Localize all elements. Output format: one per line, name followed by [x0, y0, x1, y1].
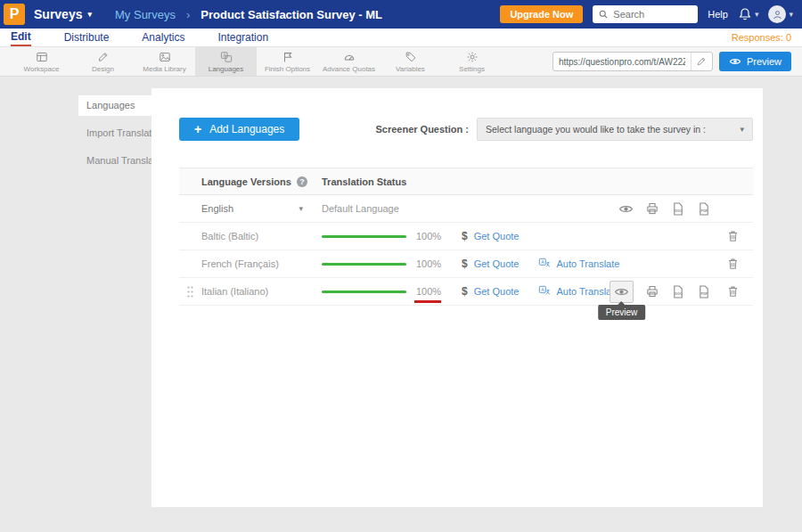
default-language-label: Default Language: [322, 203, 399, 214]
auto-translate-link[interactable]: Auto Translate: [538, 285, 619, 298]
delete-language-button[interactable]: [726, 284, 740, 299]
advance-quotas-icon: [343, 51, 356, 63]
breadcrumb-my-surveys[interactable]: My Surveys: [115, 8, 176, 21]
get-quote-link[interactable]: Get Quote: [474, 231, 520, 241]
language-name-cell: Baltic (Baltic): [201, 231, 322, 241]
responses-count[interactable]: Responses: 0: [732, 32, 791, 43]
preview-language-button[interactable]: Preview: [610, 281, 634, 303]
screener-question-label: Screener Question :: [375, 124, 469, 135]
toolbar-workspace[interactable]: Workspace: [11, 47, 72, 76]
preview-tooltip: Preview: [598, 305, 646, 320]
row-delete: [726, 229, 740, 243]
chevron-down-icon: ▾: [299, 205, 303, 213]
global-search[interactable]: [593, 5, 698, 23]
questionpro-logo[interactable]: P: [4, 4, 25, 25]
toolbar-settings[interactable]: Settings: [441, 47, 503, 76]
printer-icon: [645, 284, 659, 299]
surveys-product-menu[interactable]: Surveys ▾: [34, 7, 92, 21]
toolbar-variables[interactable]: Variables: [380, 47, 441, 76]
column-language-versions-label: Language Versions: [201, 176, 291, 187]
sidebar-item-manual-translations[interactable]: Manual Translations: [78, 151, 151, 171]
screener-question-select[interactable]: Select language you would like to take t…: [477, 118, 753, 141]
survey-title: Product Satisfaction Survey - ML: [200, 8, 382, 21]
download-pdf-button[interactable]: [697, 284, 711, 299]
dollar-icon[interactable]: $: [462, 230, 468, 242]
translation-percent-value: 100%: [416, 258, 441, 269]
pdf-file-icon: [697, 201, 711, 217]
toolbar-design[interactable]: Design: [72, 47, 134, 76]
edit-url-button[interactable]: [691, 53, 712, 70]
tab-integration[interactable]: Integration: [217, 29, 268, 45]
table-row-baltic: Baltic (Baltic) 100% $ Get Quote: [179, 223, 753, 250]
account-menu[interactable]: ▾: [768, 5, 793, 23]
tab-edit[interactable]: Edit: [11, 29, 31, 46]
breadcrumb-separator: ›: [186, 8, 190, 21]
languages-panel: + Add Languages Screener Question : Sele…: [151, 88, 763, 507]
search-input[interactable]: [613, 9, 692, 20]
screener-question: Screener Question : Select language you …: [375, 118, 753, 141]
toolbar-tabs: Workspace Design Media Library Languages…: [11, 47, 503, 76]
delete-language-button[interactable]: [726, 229, 740, 243]
get-quote-link[interactable]: Get Quote: [474, 258, 520, 269]
doc-file-icon: [671, 284, 685, 299]
media-library-icon: [159, 51, 171, 63]
survey-url-input[interactable]: [553, 57, 691, 67]
trash-icon: [726, 257, 740, 271]
status-cell: 100% $ Get Quote: [322, 230, 753, 242]
auto-translate-link[interactable]: Auto Translate: [538, 258, 619, 270]
workspace-icon: [36, 51, 48, 63]
delete-language-button[interactable]: [726, 257, 740, 271]
help-link[interactable]: Help: [708, 9, 728, 20]
upgrade-now-button[interactable]: Upgrade Now: [500, 5, 583, 23]
download-doc-button[interactable]: [671, 284, 685, 299]
download-pdf-button[interactable]: [697, 201, 711, 217]
status-cell: 100% $ Get Quote Auto Translate: [322, 258, 753, 270]
trash-icon: [726, 229, 740, 243]
print-language-button[interactable]: [645, 201, 659, 216]
get-quote-link[interactable]: Get Quote: [474, 286, 520, 297]
toolbar-media-library[interactable]: Media Library: [134, 47, 195, 76]
table-header: Language Versions ? Translation Status: [179, 168, 753, 195]
drag-handle[interactable]: [179, 285, 201, 299]
column-translation-status: Translation Status: [322, 176, 406, 187]
sidebar-item-languages[interactable]: Languages: [78, 95, 151, 116]
person-icon: [772, 9, 783, 20]
languages-icon: [220, 51, 233, 63]
surveys-menu-label: Surveys: [34, 7, 82, 21]
language-name: Italian (Italiano): [201, 286, 268, 297]
tab-distribute[interactable]: Distribute: [64, 29, 110, 45]
edit-toolbar: Workspace Design Media Library Languages…: [0, 47, 802, 77]
chevron-down-icon: ▾: [755, 11, 759, 19]
column-language-versions: Language Versions ?: [179, 176, 322, 187]
auto-translate-label: Auto Translate: [556, 258, 619, 269]
toolbar-languages[interactable]: Languages: [195, 47, 257, 76]
chevron-down-icon: ▾: [740, 126, 744, 134]
toolbar-design-label: Design: [92, 65, 114, 73]
download-doc-button[interactable]: [671, 201, 685, 217]
notifications-menu[interactable]: ▾: [738, 7, 759, 21]
translation-progress-bar: [322, 291, 406, 293]
printer-icon: [645, 201, 659, 216]
dollar-icon[interactable]: $: [462, 258, 468, 270]
dollar-icon[interactable]: $: [462, 285, 468, 298]
pencil-icon: [696, 56, 707, 67]
language-name: French (Français): [201, 258, 279, 269]
tab-analytics[interactable]: Analytics: [142, 29, 184, 45]
settings-icon: [466, 51, 479, 63]
toolbar-workspace-label: Workspace: [24, 65, 60, 73]
add-languages-button[interactable]: + Add Languages: [179, 118, 299, 141]
language-name-cell: Italian (Italiano): [201, 286, 322, 297]
survey-section-nav: Edit Distribute Analytics Integration Re…: [0, 29, 802, 47]
survey-url-box: [552, 52, 713, 71]
row-actions: [618, 201, 711, 217]
preview-language-button[interactable]: [618, 201, 634, 217]
preview-button[interactable]: Preview: [719, 52, 791, 71]
print-language-button[interactable]: [645, 284, 659, 299]
default-language-select[interactable]: English ▾: [201, 203, 303, 214]
toolbar-advance-quotas[interactable]: Advance Quotas: [318, 47, 380, 76]
eye-icon: [729, 55, 741, 68]
help-circle-icon[interactable]: ?: [297, 176, 307, 187]
toolbar-finish-options[interactable]: Finish Options: [257, 47, 318, 76]
sidebar-item-import-translations[interactable]: Import Translations: [78, 123, 151, 143]
toolbar-languages-label: Languages: [209, 65, 244, 73]
